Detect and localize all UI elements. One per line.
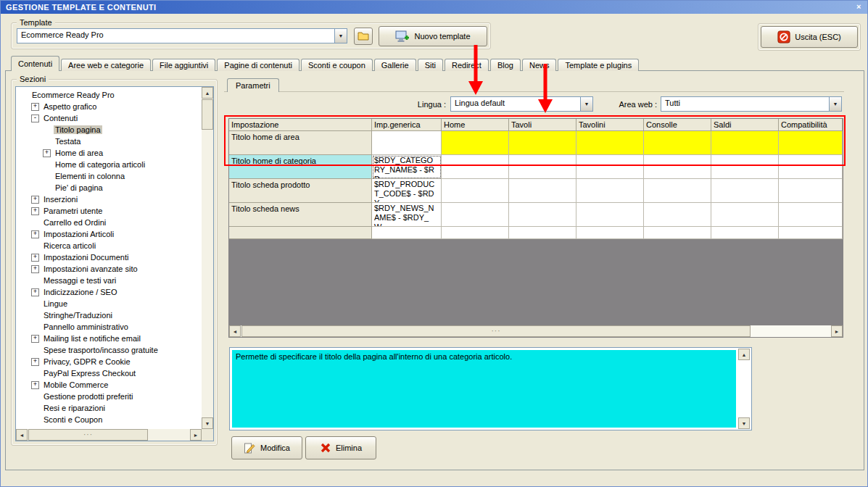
grid-column-header-imp-generica[interactable]: Imp.generica [372,119,442,131]
tree-item-inserzioni[interactable]: +Inserzioni [16,193,202,205]
tree-item-contenuti[interactable]: -Contenuti [16,112,202,124]
tab-template-e-plugins[interactable]: Template e plugins [558,59,639,71]
expand-icon[interactable]: + [31,381,39,389]
tab-blog[interactable]: Blog [490,59,521,71]
tree-item-elementi-in-colonna[interactable]: Elementi in colonna [16,170,202,182]
grid-cell-col2[interactable] [442,179,509,203]
grid-cell-col4[interactable] [576,203,644,227]
tree-item-label[interactable]: Spese trasporto/incasso gratuite [42,346,160,354]
scroll-right-button[interactable]: ► [831,325,843,337]
scroll-down-button[interactable]: ▼ [738,417,750,429]
grid-cell-col3[interactable] [509,131,576,155]
tree-item-label[interactable]: Impostazioni Documenti [42,253,130,262]
expand-icon[interactable]: + [31,265,39,273]
tree-item-label[interactable]: Gestione prodotti preferiti [42,392,135,401]
scroll-left-button[interactable]: ◄ [229,325,241,337]
area-web-combobox[interactable]: Tutti ▼ [661,96,842,112]
grid-cell-col6[interactable] [711,179,779,203]
grid-cell-col7[interactable] [779,179,843,203]
tree-item-privacy-gdpr-e-cookie[interactable]: +Privacy, GDPR e Cookie [16,356,202,367]
grid-cell-impostazione[interactable]: Titolo home di area [229,131,372,155]
elimina-button[interactable]: Elimina [305,436,376,459]
tree-vertical-scrollbar[interactable]: ▲ ▼ [202,87,213,429]
tree-item-pie-di-pagina[interactable]: Pie' di pagina [16,182,202,193]
grid-column-header-compatibilit[interactable]: Compatibilità [779,119,843,131]
grid-cell-col6[interactable] [711,131,779,155]
scroll-up-button[interactable]: ▲ [202,87,213,99]
tree-item-label[interactable]: Lingue [42,299,69,308]
grid-cell-imp-generica[interactable]: $RDY_NEWS_NAME$ - $RDY_W... [372,203,442,227]
tab-contenuti[interactable]: Contenuti [11,56,59,71]
tab-siti[interactable]: Siti [418,59,443,71]
grid-cell-col2[interactable] [442,155,509,179]
grid-cell-impostazione[interactable]: Titolo scheda prodotto [229,179,372,203]
tree-item-label[interactable]: Messaggi e testi vari [42,276,117,285]
expand-icon[interactable]: + [31,196,39,204]
scroll-down-button[interactable]: ▼ [202,417,213,429]
scrollbar-thumb[interactable] [241,325,751,337]
grid-column-header-tavolini[interactable]: Tavolini [576,119,644,131]
collapse-icon[interactable]: - [31,115,39,122]
tab-news[interactable]: News [522,59,557,71]
expand-icon[interactable]: + [31,358,39,366]
grid-cell-col3[interactable] [509,155,576,179]
tree-item-label[interactable]: Resi e riparazioni [42,404,107,412]
tree-item-label[interactable]: Mailing list e notifiche email [42,334,142,343]
nuovo-template-button[interactable]: Nuovo template [379,26,487,46]
grid-cell-col7[interactable] [779,131,843,155]
open-template-folder-button[interactable] [354,28,373,45]
tree-item-ecommerce-ready-pro[interactable]: Ecommerce Ready Pro [16,89,202,101]
grid-cell-col4[interactable] [576,179,644,203]
tree-item-label[interactable]: PayPal Express Checkout [42,369,137,378]
grid-cell-col4[interactable] [576,131,644,155]
grid-cell-col3[interactable] [509,203,576,227]
grid-column-header-home[interactable]: Home [442,119,509,131]
tab-gallerie[interactable]: Gallerie [374,59,416,71]
lingua-combobox[interactable]: Lingua default ▼ [450,96,593,112]
grid-cell-col7[interactable] [779,203,843,227]
tree-item-home-di-categoria-articoli[interactable]: Home di categoria articoli [16,159,202,170]
scroll-left-button[interactable]: ◄ [16,429,28,441]
expand-icon[interactable]: + [31,254,39,262]
tree-item-label[interactable]: Impostazioni Articoli [42,230,115,238]
tree-item-label[interactable]: Privacy, GDPR e Cookie [42,357,132,366]
tree-item-home-di-area[interactable]: +Home di area [16,147,202,159]
expand-icon[interactable]: + [31,335,39,343]
scrollbar-thumb[interactable] [28,429,148,441]
tree-item-impostazioni-avanzate-sito[interactable]: +Impostazioni avanzate sito [16,263,202,275]
tree-item-pannello-amministrativo[interactable]: Pannello amministrativo [16,321,202,333]
tree-item-label[interactable]: Testata [54,137,82,146]
tree-item-spese-trasporto-incasso-gratuite[interactable]: Spese trasporto/incasso gratuite [16,344,202,356]
expand-icon[interactable]: + [31,103,39,111]
tree-item-impostazioni-articoli[interactable]: +Impostazioni Articoli [16,228,202,240]
tree-item-ricerca-articoli[interactable]: Ricerca articoli [16,240,202,251]
tree-item-label[interactable]: Elementi in colonna [54,172,126,180]
scroll-right-button[interactable]: ► [190,429,202,441]
tree-item-label[interactable]: Carrello ed Ordini [42,218,107,227]
expand-icon[interactable]: + [31,288,39,296]
scrollbar-thumb[interactable] [202,99,213,130]
tree-item-label[interactable]: Pannello amministrativo [42,322,130,331]
tab-redirect[interactable]: Redirect [445,59,489,71]
grid-column-header-impostazione[interactable]: Impostazione [229,119,372,131]
close-button[interactable]: × [853,2,864,12]
expand-icon[interactable]: + [43,149,51,157]
grid-cell-impostazione[interactable]: Titolo home di categoria [229,155,372,179]
tree-item-resi-e-riparazioni[interactable]: Resi e riparazioni [16,402,202,414]
tree-item-aspetto-grafico[interactable]: +Aspetto grafico [16,101,202,112]
tab-parametri[interactable]: Parametri [227,78,279,92]
grid-cell-col5[interactable] [644,179,711,203]
tree-item-label[interactable]: Pie' di pagina [54,183,104,192]
tree-item-label[interactable]: Mobile Commerce [42,380,109,389]
grid-cell-col5[interactable] [644,131,711,155]
tab-file-aggiuntivi[interactable]: File aggiuntivi [152,59,215,71]
template-dropdown-button[interactable]: ▼ [334,29,347,43]
grid-horizontal-scrollbar[interactable]: ◄ ► [229,325,843,337]
expand-icon[interactable]: + [31,207,39,215]
grid-column-header-tavoli[interactable]: Tavoli [509,119,576,131]
grid-cell-col2[interactable] [442,131,509,155]
grid-cell-col6[interactable] [711,203,779,227]
tree-item-lingue[interactable]: Lingue [16,298,202,309]
tree-item-stringhe-traduzioni[interactable]: Stringhe/Traduzioni [16,309,202,321]
grid-cell-col4[interactable] [576,155,644,179]
